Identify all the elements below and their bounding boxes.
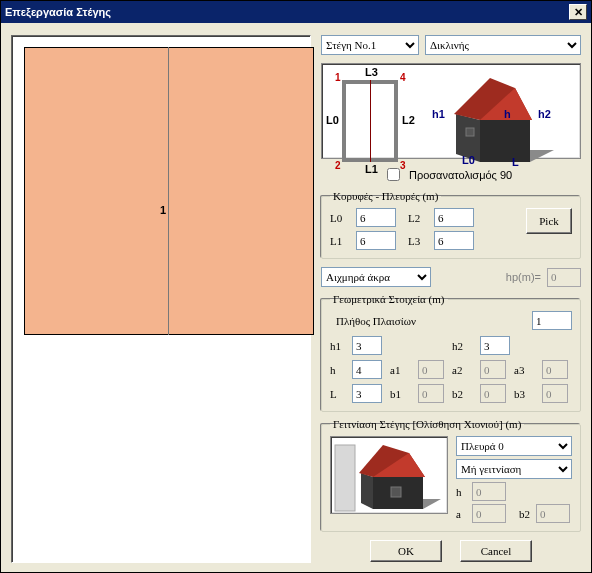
diagram-corner-1: 1 <box>335 72 341 83</box>
h1-label: h1 <box>330 340 348 352</box>
pick-button[interactable]: Pick <box>526 208 572 234</box>
neighbor-diagram <box>330 436 448 514</box>
sides-legend: Κορυφές - Πλευρές (m) <box>330 190 441 202</box>
diagram-house-icon <box>430 70 560 174</box>
geometry-group: Γεωμετρικά Στοιχεία (m) Πλήθος Πλαισίων … <box>321 293 581 412</box>
dialog-title: Επεξεργασία Στέγης <box>5 6 569 18</box>
diagram-ridge-line <box>370 80 371 162</box>
b3-input <box>542 384 568 403</box>
roof-diagram: 1 4 2 3 L3 L1 L0 L2 h1 h h2 <box>321 63 581 159</box>
diagram-l0-label: L0 <box>326 114 339 126</box>
b1-label: b1 <box>390 388 414 400</box>
frames-count-input[interactable] <box>532 311 572 330</box>
close-button[interactable]: ✕ <box>569 4 587 20</box>
a3-label: a3 <box>514 364 538 376</box>
neighbor-b2-input <box>536 504 570 523</box>
h2-label: h2 <box>452 340 476 352</box>
roof-plan-shape <box>24 47 314 335</box>
a3-input <box>542 360 568 379</box>
hp-input <box>547 268 581 287</box>
neighbor-legend: Γειτνίαση Στέγης [Ολίσθηση Χιονιού] (m) <box>330 418 524 430</box>
h-input[interactable] <box>352 360 382 379</box>
ok-button[interactable]: OK <box>370 540 442 562</box>
svg-marker-2 <box>480 120 530 162</box>
roof-preview-canvas: 1 <box>11 35 311 563</box>
l0-input[interactable] <box>356 208 396 227</box>
neighbor-mode-select[interactable]: Μή γειτνίαση <box>456 459 572 479</box>
diagram-corner-2: 2 <box>335 160 341 171</box>
titlebar: Επεξεργασία Στέγης ✕ <box>1 1 591 23</box>
a1-input <box>418 360 444 379</box>
neighbor-house-icon <box>331 437 449 515</box>
diagram-h2-label: h2 <box>538 108 551 120</box>
diagram-l1-label: L1 <box>365 163 378 175</box>
diagram-l2-label: L2 <box>402 114 415 126</box>
roof-edit-dialog: Επεξεργασία Στέγης ✕ 1 Στέγη No.1 Δικλιν… <box>0 0 592 573</box>
orientation-90-checkbox[interactable] <box>387 168 400 181</box>
cancel-button[interactable]: Cancel <box>460 540 532 562</box>
l1-input[interactable] <box>356 231 396 250</box>
roof-type-select[interactable]: Δικλινής <box>425 35 581 55</box>
diagram-h1-label: h1 <box>432 108 445 120</box>
h1-input[interactable] <box>352 336 382 355</box>
neighbor-group: Γειτνίαση Στέγης [Ολίσθηση Χιονιού] (m) <box>321 418 581 532</box>
svg-marker-8 <box>361 473 373 509</box>
h-label2: h <box>330 364 348 376</box>
b2-input <box>480 384 506 403</box>
frames-count-label: Πλήθος Πλαισίων <box>330 315 426 327</box>
diagram-h-label: h <box>504 108 511 120</box>
neighbor-a-label: a <box>456 508 466 520</box>
sides-group: Κορυφές - Πλευρές (m) L0 L2 L1 L3 Pick <box>321 190 581 259</box>
h2-input[interactable] <box>480 336 510 355</box>
l3-label: L3 <box>408 235 426 247</box>
hp-label: hp(m)= <box>506 271 541 283</box>
L-label2: L <box>330 388 348 400</box>
diagram-ll-label: L <box>512 156 519 168</box>
b3-label: b3 <box>514 388 538 400</box>
neighbor-side-select[interactable]: Πλευρά 0 <box>456 436 572 456</box>
neighbor-a-input <box>472 504 506 523</box>
roof-select[interactable]: Στέγη No.1 <box>321 35 419 55</box>
a1-label: a1 <box>390 364 414 376</box>
neighbor-h-label: h <box>456 486 466 498</box>
diagram-corner-4: 4 <box>400 72 406 83</box>
l3-input[interactable] <box>434 231 474 250</box>
roof-index-label: 1 <box>160 204 166 216</box>
svg-rect-5 <box>466 128 474 136</box>
l1-label: L1 <box>330 235 348 247</box>
close-icon: ✕ <box>574 6 583 19</box>
b2-label: b2 <box>452 388 476 400</box>
svg-rect-6 <box>335 445 355 511</box>
edges-select[interactable]: Αιχμηρά άκρα <box>321 267 431 287</box>
l2-input[interactable] <box>434 208 474 227</box>
l0-label: L0 <box>330 212 348 224</box>
a2-label: a2 <box>452 364 476 376</box>
a2-input <box>480 360 506 379</box>
L-input[interactable] <box>352 384 382 403</box>
diagram-l3-label: L3 <box>365 66 378 78</box>
diagram-ll0-label: L0 <box>462 154 475 166</box>
roof-ridge-line <box>168 47 169 335</box>
l2-label: L2 <box>408 212 426 224</box>
b1-input <box>418 384 444 403</box>
svg-rect-12 <box>391 487 401 497</box>
diagram-corner-3: 3 <box>400 160 406 171</box>
neighbor-b2-label: b2 <box>512 508 530 520</box>
neighbor-h-input <box>472 482 506 501</box>
geometry-legend: Γεωμετρικά Στοιχεία (m) <box>330 293 448 305</box>
